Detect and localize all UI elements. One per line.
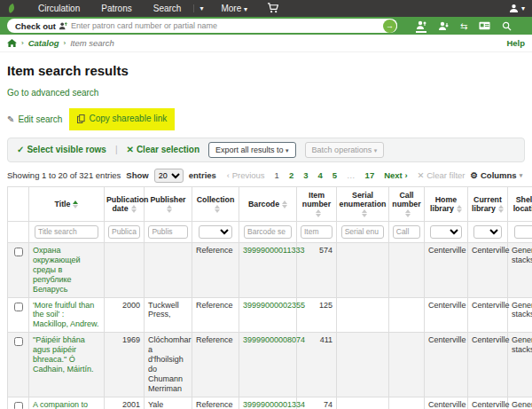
current-library-filter-select[interactable] xyxy=(473,225,502,239)
home-icon[interactable] xyxy=(7,39,17,48)
barcode-link[interactable]: 39999000001334 xyxy=(243,400,305,409)
quick-search-tabs: ⇆ xyxy=(416,20,512,33)
serial-enumeration-filter-input[interactable] xyxy=(341,225,385,239)
card-tab-icon[interactable] xyxy=(479,21,490,30)
chevron-down-icon: ▾ xyxy=(520,172,523,179)
col-call-number[interactable]: Call number xyxy=(389,186,425,221)
pencil-icon: ✎ xyxy=(7,114,14,124)
sort-icon xyxy=(282,201,287,208)
title-link[interactable]: Охрана окружающей среды в републике Бела… xyxy=(33,246,81,294)
user-menu[interactable]: ▾ xyxy=(509,4,525,13)
checkout-search-pill: Check out xyxy=(7,19,397,33)
nav-search[interactable]: Search xyxy=(145,0,191,17)
sort-icon xyxy=(362,209,367,217)
advanced-search-link[interactable]: Go to advanced search xyxy=(7,88,98,98)
nav-circulation[interactable]: Circulation xyxy=(29,0,89,17)
title-link[interactable]: A companion to Heidegger's Introduction … xyxy=(33,400,88,409)
col-publication-date[interactable]: Publication date xyxy=(105,186,145,221)
renew-tab-icon[interactable]: ⇆ xyxy=(460,21,467,31)
edit-search-link[interactable]: ✎ Edit search xyxy=(7,114,62,124)
shelving-location-filter-select[interactable] xyxy=(514,225,532,239)
copy-shareable-link[interactable]: Copy shareable link xyxy=(77,114,167,123)
item-search-results-table: Title Publication date Publisher Collect… xyxy=(7,186,532,409)
table-row: "Páipéir bhána agus páipéir bhreaca." Ó … xyxy=(8,333,532,397)
search-tab-icon[interactable] xyxy=(502,21,512,31)
pagination-ellipsis: … xyxy=(347,170,356,180)
sort-icon xyxy=(405,209,411,217)
title-link[interactable]: "Páipéir bhána agus páipéir bhreaca." Ó … xyxy=(33,335,94,374)
col-current-library[interactable]: Current library xyxy=(468,186,508,221)
row-checkbox[interactable] xyxy=(14,248,23,256)
item-number-filter-input[interactable] xyxy=(301,225,332,239)
koha-logo-icon xyxy=(7,3,19,14)
breadcrumb-separator: › xyxy=(21,39,24,47)
row-checkbox[interactable] xyxy=(14,303,23,311)
breadcrumb: › Catalog › Item search Help xyxy=(0,35,532,52)
sort-icon xyxy=(316,209,321,217)
title-link[interactable]: 'More fruitful than the soil' : Mackillo… xyxy=(33,301,99,329)
barcode-link[interactable]: 39999000008074 xyxy=(243,335,305,344)
pagination-page-2[interactable]: 2 xyxy=(289,170,293,180)
title-filter-input[interactable] xyxy=(35,225,98,239)
patron-search-input[interactable] xyxy=(71,20,397,32)
col-barcode[interactable]: Barcode xyxy=(239,186,297,221)
nav-patrons[interactable]: Patrons xyxy=(92,0,140,17)
nav-search-chevron-down-icon[interactable]: ▾ xyxy=(193,4,208,12)
barcode-link[interactable]: 39999000011333 xyxy=(243,246,304,255)
home-library-filter-select[interactable] xyxy=(430,225,461,239)
checkout-icon xyxy=(59,21,67,30)
publisher-filter-input[interactable] xyxy=(148,225,187,239)
sort-icon xyxy=(215,205,220,213)
cart-icon[interactable] xyxy=(267,1,278,17)
export-all-results-button[interactable]: Export all results to ▾ xyxy=(208,142,296,158)
columns-button[interactable]: ⚙ Columns ▾ xyxy=(470,170,522,180)
showing-entries-text: Showing 1 to 20 of 321 entries xyxy=(7,170,121,180)
breadcrumb-current: Item search xyxy=(70,38,114,48)
collection-filter-select[interactable] xyxy=(199,225,232,239)
copy-icon xyxy=(77,114,85,123)
patron-search-submit-button[interactable]: → xyxy=(383,20,396,33)
clear-filter-link[interactable]: ✕ Clear filter xyxy=(418,170,466,180)
col-title[interactable]: Title xyxy=(29,186,105,221)
row-checkbox[interactable] xyxy=(14,402,23,409)
table-row: A companion to Heidegger's Introduction … xyxy=(8,397,532,409)
col-home-library[interactable]: Home library xyxy=(425,186,468,221)
col-collection[interactable]: Collection xyxy=(192,186,239,221)
col-item-number[interactable]: Item number xyxy=(297,186,337,221)
select-visible-rows-link[interactable]: ✓ Select visible rows xyxy=(17,145,106,154)
help-link[interactable]: Help xyxy=(506,38,525,48)
breadcrumb-catalog[interactable]: Catalog xyxy=(28,38,59,48)
pagination-page-5[interactable]: 5 xyxy=(332,170,337,180)
nav-more[interactable]: More ▾ xyxy=(212,0,256,18)
results-table-container: Title Publication date Publisher Collect… xyxy=(7,186,532,409)
col-publisher[interactable]: Publisher xyxy=(145,186,192,221)
sort-icon xyxy=(73,201,78,208)
checkin-tab-icon[interactable] xyxy=(438,20,449,31)
pagination-page-4[interactable]: 4 xyxy=(318,170,323,180)
pagination-page-3[interactable]: 3 xyxy=(303,170,308,180)
publication-date-filter-input[interactable] xyxy=(108,225,140,239)
check-icon: ✓ xyxy=(17,145,24,154)
barcode-filter-input[interactable] xyxy=(244,225,292,239)
clear-selection-link[interactable]: ✕ Clear selection xyxy=(127,145,200,154)
x-icon: ✕ xyxy=(127,145,134,154)
top-navigation: Circulation Patrons Search ▾ More ▾ ▾ xyxy=(0,0,532,17)
page-title: Item search results xyxy=(7,63,525,78)
col-shelving-location[interactable]: Shelving location xyxy=(508,186,532,221)
pagination: ‹ Previous 1 2 3 4 5 … 17 Next › ✕ Clear… xyxy=(227,170,466,180)
batch-operations-button[interactable]: Batch operations ▾ xyxy=(305,142,385,158)
page-size-select[interactable]: 20 xyxy=(154,169,184,183)
table-info-row: Showing 1 to 20 of 321 entries Show 20 e… xyxy=(7,169,525,183)
col-serial-enumeration[interactable]: Serial enumeration xyxy=(337,186,389,221)
pagination-page-17[interactable]: 17 xyxy=(365,170,375,180)
call-number-filter-input[interactable] xyxy=(393,225,421,239)
row-checkbox[interactable] xyxy=(14,337,23,346)
checkout-tab-icon[interactable] xyxy=(416,20,426,33)
barcode-link[interactable]: 39999000002355 xyxy=(243,301,305,310)
user-icon xyxy=(509,4,519,13)
pagination-next[interactable]: Next › xyxy=(384,170,407,180)
filter-row xyxy=(8,221,532,242)
checkout-tab-label[interactable]: Check out xyxy=(7,21,71,31)
entries-label: entries xyxy=(189,170,216,180)
patron-search-bar: Check out → ⇆ xyxy=(0,17,532,35)
